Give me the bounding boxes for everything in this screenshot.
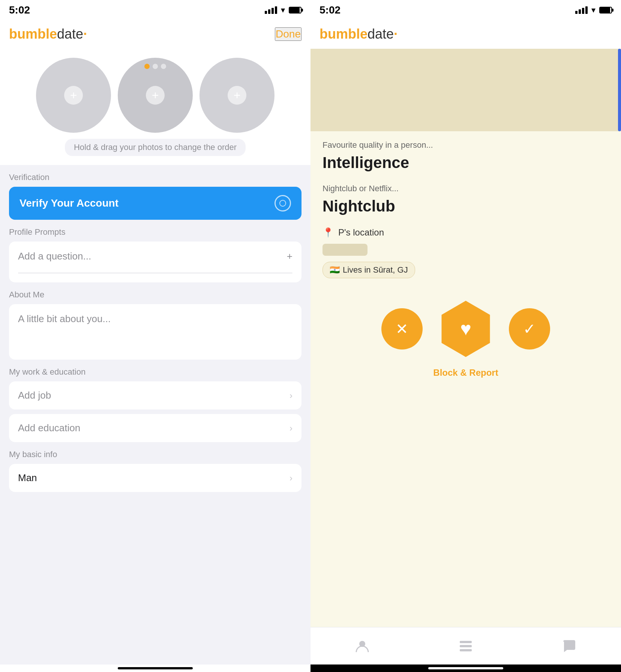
right-phone: 5:02 ▾ bumbledate· Favourite quality in … bbox=[310, 0, 621, 672]
logo-date-right: date bbox=[368, 26, 394, 42]
location-pin-icon: 📍 bbox=[322, 227, 334, 238]
photos-section: + + + Hold & drag your photos to change … bbox=[0, 49, 310, 165]
add-job-item[interactable]: Add job › bbox=[9, 381, 302, 410]
heart-icon: ♥ bbox=[460, 318, 471, 340]
work-education-label: My work & education bbox=[9, 367, 302, 377]
verification-section: Verification Verify Your Account bbox=[0, 172, 310, 220]
battery-icon bbox=[289, 7, 302, 14]
photo-dots bbox=[144, 64, 166, 69]
quality-value: Intelligence bbox=[322, 154, 609, 172]
add-education-item[interactable]: Add education › bbox=[9, 414, 302, 442]
verification-label: Verification bbox=[9, 172, 302, 182]
photo-slot-2[interactable]: + bbox=[118, 58, 193, 133]
profile-content: Favourite quality in a person... Intelli… bbox=[310, 131, 621, 394]
checkmark-icon: ✓ bbox=[523, 320, 536, 338]
about-section: About Me A little bit about you... bbox=[0, 290, 310, 360]
header-right: bumbledate· bbox=[310, 20, 621, 49]
gender-item[interactable]: Man › bbox=[9, 464, 302, 492]
about-card[interactable]: A little bit about you... bbox=[9, 304, 302, 360]
home-bar-left bbox=[118, 667, 193, 669]
flag-icon: 🇮🇳 bbox=[330, 265, 340, 275]
location-text: P's location bbox=[338, 227, 384, 238]
about-label: About Me bbox=[9, 290, 302, 300]
verify-circle-icon bbox=[274, 195, 291, 212]
super-like-button[interactable]: ♥ bbox=[438, 301, 494, 357]
nightclub-value: Nightclub bbox=[322, 197, 609, 215]
photo-plus-2: + bbox=[146, 86, 165, 105]
left-phone: 5:02 ▾ bumbledate· Done + bbox=[0, 0, 310, 672]
lives-in-text: Lives in Sūrat, GJ bbox=[343, 265, 408, 275]
verify-button[interactable]: Verify Your Account bbox=[9, 187, 302, 220]
about-placeholder: A little bit about you... bbox=[18, 313, 292, 351]
logo-bumble-right: bumble bbox=[320, 26, 368, 42]
wifi-icon: ▾ bbox=[281, 5, 285, 15]
add-education-text: Add education bbox=[18, 422, 80, 434]
profile-scroll-indicator bbox=[618, 49, 621, 131]
add-question-plus-button[interactable]: + bbox=[287, 250, 292, 262]
add-job-text: Add job bbox=[18, 390, 51, 401]
dot-2 bbox=[153, 64, 158, 69]
bottom-nav bbox=[310, 627, 621, 664]
profile-card: Favourite quality in a person... Intelli… bbox=[310, 49, 621, 627]
basic-info-section: My basic info Man › bbox=[0, 450, 310, 492]
reject-icon: ✕ bbox=[396, 320, 408, 338]
lives-in-badge: 🇮🇳 Lives in Sūrat, GJ bbox=[322, 262, 415, 278]
logo-date: date bbox=[57, 26, 83, 42]
photo-slot-1[interactable]: + bbox=[36, 58, 111, 133]
logo-right: bumbledate· bbox=[320, 26, 398, 42]
logo-dot-right: · bbox=[394, 26, 398, 42]
prompts-label: Profile Prompts bbox=[9, 227, 302, 237]
verify-text: Verify Your Account bbox=[20, 197, 118, 209]
chevron-right-icon-3: › bbox=[290, 473, 292, 483]
svg-rect-1 bbox=[460, 641, 472, 643]
home-indicator-left bbox=[0, 664, 310, 672]
header-left: bumbledate· Done bbox=[0, 20, 310, 49]
location-section: 📍 P's location bbox=[322, 227, 609, 238]
gender-value: Man bbox=[18, 472, 37, 484]
photo-plus-3: + bbox=[228, 86, 246, 105]
done-button[interactable]: Done bbox=[275, 27, 302, 41]
dot-3 bbox=[161, 64, 166, 69]
nav-profile[interactable] bbox=[355, 639, 370, 654]
nav-match[interactable] bbox=[458, 639, 473, 654]
status-bar-right: 5:02 ▾ bbox=[310, 0, 621, 20]
work-education-section: My work & education Add job › Add educat… bbox=[0, 367, 310, 442]
prompts-card: Add a question... + bbox=[9, 242, 302, 282]
location-blur bbox=[322, 244, 368, 256]
prompts-section: Profile Prompts Add a question... + bbox=[0, 227, 310, 282]
scroll-content-left: + + + Hold & drag your photos to change … bbox=[0, 49, 310, 664]
time-right: 5:02 bbox=[320, 4, 340, 16]
basic-info-label: My basic info bbox=[9, 450, 302, 459]
photos-row: + + + bbox=[36, 58, 274, 133]
add-question-text: Add a question... bbox=[18, 250, 91, 262]
reject-button[interactable]: ✕ bbox=[381, 308, 423, 350]
photo-plus-1: + bbox=[64, 86, 83, 105]
chevron-right-icon-2: › bbox=[290, 423, 292, 434]
dot-1 bbox=[144, 64, 150, 69]
add-question-row[interactable]: Add a question... + bbox=[18, 250, 292, 262]
verify-inner-circle bbox=[279, 200, 286, 207]
nav-chat[interactable] bbox=[562, 639, 577, 654]
battery-icon-right bbox=[599, 7, 612, 14]
wifi-icon-right: ▾ bbox=[591, 5, 596, 15]
nightclub-label: Nightclub or Netflix... bbox=[322, 184, 609, 194]
chevron-right-icon: › bbox=[290, 390, 292, 401]
question-underline bbox=[18, 273, 292, 273]
action-area: ✕ ♥ ✓ bbox=[322, 293, 609, 364]
home-indicator-right bbox=[310, 664, 621, 672]
photo-slot-3[interactable]: + bbox=[200, 58, 274, 133]
time-left: 5:02 bbox=[9, 4, 30, 16]
logo: bumbledate· bbox=[9, 26, 87, 42]
quality-label: Favourite quality in a person... bbox=[322, 140, 609, 150]
svg-rect-3 bbox=[460, 649, 472, 651]
block-report-button[interactable]: Block & Report bbox=[433, 368, 498, 378]
signal-icon bbox=[265, 6, 277, 14]
photo-hint: Hold & drag your photos to change the or… bbox=[65, 139, 246, 156]
status-bar-left: 5:02 ▾ bbox=[0, 0, 310, 20]
logo-dot: · bbox=[83, 26, 87, 42]
status-icons-right: ▾ bbox=[575, 5, 612, 15]
profile-image bbox=[310, 49, 621, 131]
accept-button[interactable]: ✓ bbox=[509, 308, 550, 350]
signal-icon-right bbox=[575, 6, 588, 14]
block-report-section: Block & Report bbox=[322, 368, 609, 386]
